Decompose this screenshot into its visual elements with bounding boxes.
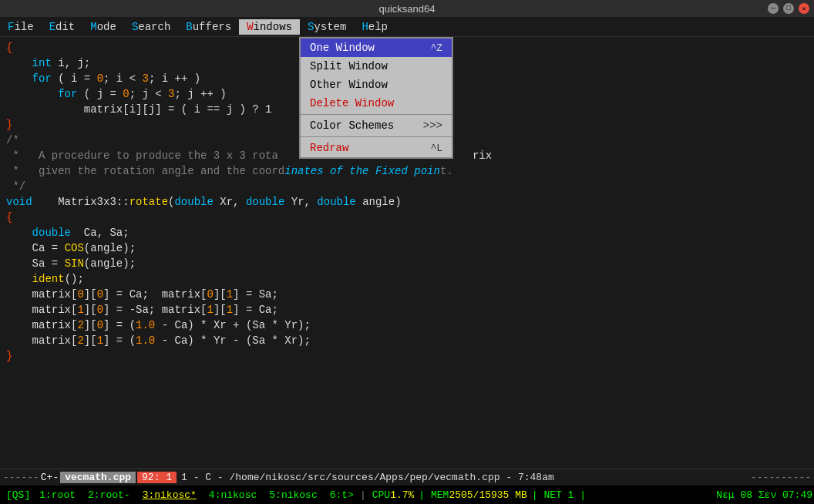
window-title: quicksand64 <box>379 3 436 15</box>
close-button[interactable]: ✕ <box>799 3 809 14</box>
menu-split-window[interactable]: Split Window <box>301 57 452 76</box>
color-schemes-label: Color Schemes <box>310 119 394 132</box>
window-controls: ─ □ ✕ <box>768 3 809 14</box>
code-line: ident(); <box>6 271 808 287</box>
code-line: double Ca, Sa; <box>6 225 808 240</box>
menu-system[interactable]: System <box>300 19 354 35</box>
tab-root2[interactable]: 2:root- <box>83 489 135 501</box>
title-bar: quicksand64 ─ □ ✕ <box>0 0 814 17</box>
status-bar: ------ C+- vecmath.cpp 92: 1 1 - C - /ho… <box>0 469 814 486</box>
menu-bar: File Edit Mode Search Buffers Windows Sy… <box>0 17 814 37</box>
status-mode: C+- <box>41 472 59 483</box>
code-line: */ <box>6 179 808 194</box>
menu-redraw[interactable]: Redraw ^L <box>301 139 452 157</box>
net-label: | NET 1 | <box>532 489 586 501</box>
menu-other-window[interactable]: Other Window <box>301 76 452 94</box>
one-window-label: One Window <box>310 42 375 54</box>
tab-1[interactable]: [QS] <box>2 489 35 501</box>
tab-6t[interactable]: 6:t> <box>325 489 358 501</box>
status-filename: vecmath.cpp <box>60 472 136 483</box>
code-line: { <box>6 210 808 225</box>
code-line: Sa = SIN(angle); <box>6 256 808 271</box>
menu-edit[interactable]: Edit <box>42 19 83 35</box>
code-line: Ca = COS(angle); <box>6 240 808 256</box>
other-window-label: Other Window <box>310 79 388 91</box>
tab-root1[interactable]: 1:root <box>35 489 80 501</box>
tab-nikosc5[interactable]: 5:nikosc <box>264 489 321 501</box>
separator-2 <box>301 136 452 137</box>
separator-1 <box>301 114 452 115</box>
menu-color-schemes[interactable]: Color Schemes >>> <box>301 116 452 135</box>
code-line: matrix[0][0] = Ca; matrix[0][1] = Sa; <box>6 287 808 302</box>
menu-help[interactable]: Help <box>354 19 395 35</box>
cpu-value: 1.7% <box>390 489 414 501</box>
tab-bar: [QS] 1:root 2:root- 3:nikosc* 4:nikosc 5… <box>0 486 814 504</box>
redraw-shortcut: ^L <box>430 143 442 154</box>
redraw-label: Redraw <box>310 142 348 154</box>
menu-file[interactable]: File <box>0 19 42 35</box>
tab-nikosc3[interactable]: 3:nikosc* <box>138 489 201 501</box>
menu-windows[interactable]: Windows <box>239 19 300 35</box>
status-dashes-right: ---------- <box>751 472 811 483</box>
code-line: matrix[1][0] = -Sa; matrix[1][1] = Ca; <box>6 302 808 318</box>
menu-search[interactable]: Search <box>124 19 178 35</box>
code-line: matrix[2][0] = (1.0 - Ca) * Xr + (Sa * Y… <box>6 318 808 333</box>
code-line: * given the rotation angle and the coord… <box>6 163 808 179</box>
one-window-shortcut: ^Z <box>430 42 442 54</box>
delete-window-label: Delete Window <box>310 97 394 109</box>
menu-buffers[interactable]: Buffers <box>178 19 239 35</box>
split-window-label: Split Window <box>310 60 388 72</box>
menu-one-window[interactable]: One Window ^Z <box>301 39 452 57</box>
status-position: 92: 1 <box>137 472 177 483</box>
menu-mode[interactable]: Mode <box>82 19 124 35</box>
maximize-button[interactable]: □ <box>783 3 794 14</box>
date-display: Νεμ 08 Σεν 07:49 <box>716 489 812 501</box>
status-dashes-left: ------ <box>3 472 39 483</box>
tab-nikosc4[interactable]: 4:nikosc <box>204 489 261 501</box>
status-path: 1 - C - /home/nikosc/src/sources/Apps/pe… <box>181 472 751 483</box>
menu-delete-window[interactable]: Delete Window <box>301 94 452 113</box>
code-line: } <box>6 348 808 364</box>
color-schemes-arrow: >>> <box>423 119 442 132</box>
code-line: matrix[2][1] = (1.0 - Ca) * Yr - (Sa * X… <box>6 333 808 348</box>
cpu-label: CPU <box>372 489 390 501</box>
mem-label: | MEM <box>419 489 449 501</box>
code-line: void Matrix3x3::rotate(double Xr, double… <box>6 194 808 210</box>
minimize-button[interactable]: ─ <box>768 3 779 14</box>
mem-value: 2505/15935 MB <box>449 489 526 501</box>
windows-menu-dropdown: One Window ^Z Split Window Other Window … <box>299 37 453 159</box>
